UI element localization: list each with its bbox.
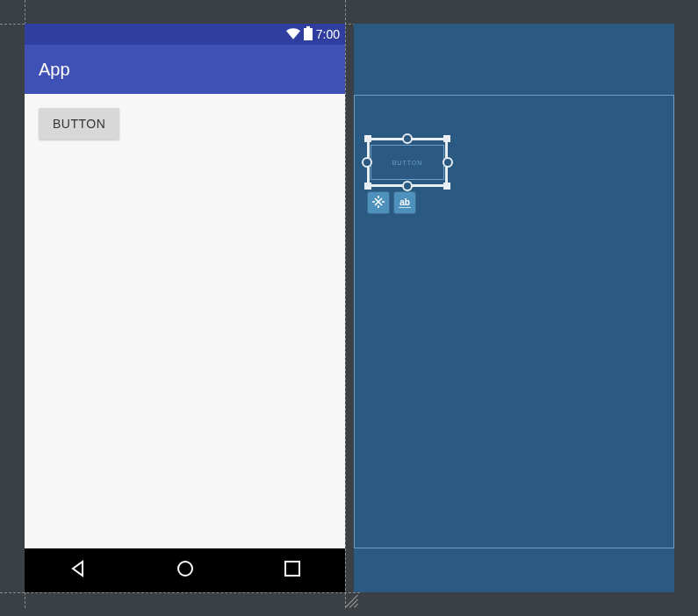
battery-icon [304,26,313,43]
constraint-handle-right[interactable] [443,157,453,168]
nav-recent-icon[interactable] [284,561,300,580]
guide-right [345,0,346,608]
baseline-label: ab [399,198,411,208]
constraint-handle-bottom[interactable] [402,181,413,191]
svg-rect-3 [285,562,299,576]
svg-rect-0 [304,28,313,40]
svg-point-2 [178,562,192,576]
resize-handle-nw[interactable] [364,135,371,142]
status-time: 7:00 [316,27,340,41]
content-area[interactable]: BUTTON [25,94,345,548]
constraint-handle-left[interactable] [362,157,372,168]
guide-bottom [0,592,360,593]
constraint-handle-top[interactable] [402,133,413,144]
blueprint-pane[interactable]: BUTTON ab [354,24,674,592]
canvas-resize-grip[interactable] [345,595,359,609]
clear-constraints-icon [372,196,385,210]
resize-handle-se[interactable] [443,183,450,190]
nav-home-icon[interactable] [176,560,194,581]
nav-bar [25,548,345,592]
preview-button[interactable]: BUTTON [39,108,119,140]
resize-handle-ne[interactable] [443,135,450,142]
device-preview[interactable]: 7:00 App BUTTON [25,24,345,592]
app-bar: App [25,45,345,94]
wifi-icon [286,27,300,42]
status-bar: 7:00 [25,24,345,45]
baseline-button[interactable]: ab [393,191,416,214]
clear-constraints-button[interactable] [367,191,390,214]
svg-rect-1 [306,26,310,28]
nav-back-icon[interactable] [69,560,87,581]
resize-handle-sw[interactable] [364,183,371,190]
app-title: App [39,60,70,80]
blueprint-button-widget[interactable]: BUTTON [371,145,444,180]
